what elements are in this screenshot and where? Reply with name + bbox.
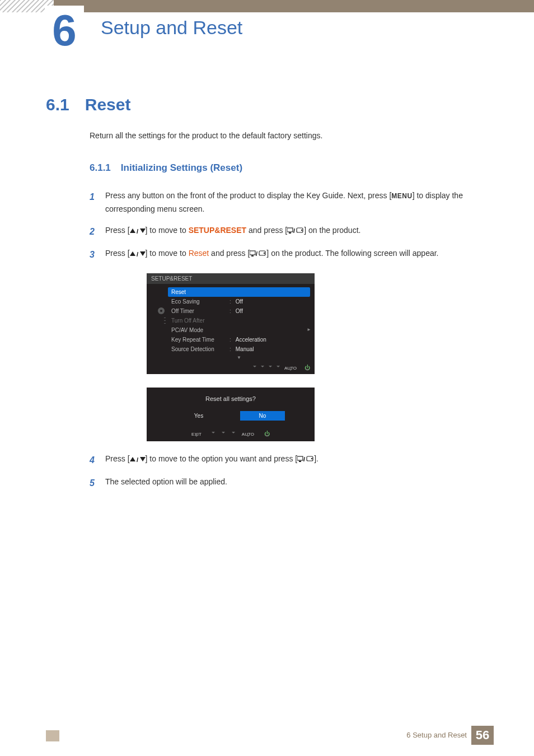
source-enter-icon: /: [287, 227, 304, 234]
subsection-title: Initializing Settings (Reset): [121, 162, 242, 174]
step-text: The selected option will be applied.: [105, 475, 227, 491]
highlight-setup-reset: SETUP&RESET: [189, 226, 246, 235]
subsection-heading: 6.1.1 Initializing Settings (Reset): [90, 162, 495, 174]
step-text: Press [/] to move to SETUP&RESET and pre…: [105, 224, 360, 239]
step-2: 2 Press [/] to move to SETUP&RESET and p…: [90, 224, 495, 239]
svg-rect-22: [297, 456, 303, 460]
svg-text:/: /: [137, 251, 138, 257]
svg-rect-5: [289, 232, 291, 234]
step-text: Press any button on the front of the pro…: [105, 189, 495, 216]
step-number: 4: [90, 452, 97, 468]
svg-text:/: /: [137, 228, 138, 234]
steps-list-cont: 4 Press [/] to move to the option you wa…: [90, 452, 495, 491]
step-number: 2: [90, 224, 97, 239]
svg-rect-12: [250, 251, 255, 255]
step-number: 1: [90, 189, 97, 216]
highlight-reset: Reset: [189, 249, 209, 258]
dialog-no: No: [240, 411, 285, 421]
osd-item-off-timer: Off Timer:Off: [168, 306, 310, 316]
dialog-yes: Yes: [176, 411, 221, 421]
svg-text:/: /: [256, 250, 257, 257]
nav-auto-label: AUTO: [242, 432, 254, 437]
page-content: 6.1 Reset Return all the settings for th…: [46, 95, 495, 498]
gear-icon: [157, 306, 166, 315]
svg-point-8: [301, 229, 302, 230]
source-enter-icon: /: [250, 250, 266, 257]
step-number: 3: [90, 247, 97, 262]
nav-auto-label: AUTO: [284, 366, 297, 371]
up-down-icon: /: [130, 457, 146, 463]
footer-accent: [46, 730, 59, 741]
svg-point-18: [160, 310, 162, 312]
osd-item-pc-av-mode: PC/AV Mode: [168, 325, 310, 335]
svg-text:/: /: [303, 456, 305, 463]
svg-point-26: [311, 458, 312, 459]
osd-sidebar: [147, 284, 166, 362]
osd-item-key-repeat-time: Key Repeat Time:Acceleration: [168, 335, 310, 344]
svg-marker-19: [130, 457, 135, 461]
section-intro: Return all the settings for the product …: [90, 131, 495, 140]
osd-item-turn-off-after: Turn Off After: [168, 316, 310, 325]
dialog-prompt: Reset all settings?: [147, 395, 315, 402]
chapter-number: 6: [52, 8, 76, 52]
svg-text:/: /: [137, 457, 138, 463]
svg-marker-21: [140, 457, 146, 461]
steps-list: 1 Press any button on the front of the p…: [90, 189, 495, 262]
up-down-icon: /: [130, 251, 146, 257]
page-number: 56: [471, 726, 494, 745]
osd-submenu-arrow-icon: ►: [307, 327, 311, 332]
svg-marker-0: [130, 228, 135, 233]
osd-list: Reset Eco Saving:Off Off Timer:Off Turn …: [166, 284, 315, 362]
svg-marker-9: [130, 251, 135, 256]
svg-marker-3: [140, 228, 146, 233]
osd-item-reset: Reset: [168, 287, 310, 297]
section-heading: 6.1 Reset: [46, 95, 495, 114]
osd-dialog: Reset all settings? Yes No EXIT AUTO ⏻: [147, 388, 315, 441]
power-icon: ⏻: [264, 431, 270, 437]
osd-figure: SETUP&RESET Reset Eco Saving:Off Off Tim…: [147, 273, 495, 441]
osd-menu: SETUP&RESET Reset Eco Saving:Off Off Tim…: [147, 273, 315, 374]
source-enter-icon: /: [297, 456, 314, 463]
osd-more-indicator: ▼: [168, 354, 310, 361]
subsection-number: 6.1.1: [90, 162, 111, 174]
svg-point-16: [264, 253, 265, 254]
menu-label: MENU: [391, 192, 412, 200]
section-title: Reset: [85, 95, 131, 114]
step-text: Press [/] to move to the option you want…: [105, 452, 318, 468]
svg-text:/: /: [293, 227, 295, 234]
power-icon: ⏻: [305, 365, 310, 371]
svg-rect-13: [251, 255, 254, 256]
step-5: 5 The selected option will be applied.: [90, 475, 495, 491]
nav-exit-label: EXIT: [191, 432, 202, 437]
svg-marker-11: [140, 251, 146, 256]
svg-rect-23: [299, 461, 301, 462]
dialog-options: Yes No: [147, 411, 315, 421]
up-down-icon: /: [130, 228, 146, 234]
osd-title: SETUP&RESET: [147, 273, 315, 284]
step-number: 5: [90, 475, 97, 491]
chapter-title: Setup and Reset: [101, 16, 242, 40]
osd-nav-bar: AUTO ⏻: [147, 362, 315, 374]
step-3: 3 Press [/] to move to Reset and press […: [90, 247, 495, 262]
chapter-tab: 6: [45, 6, 84, 55]
osd-item-eco-saving: Eco Saving:Off: [168, 297, 310, 306]
osd-item-source-detection: Source Detection:Manual: [168, 344, 310, 354]
osd-body: Reset Eco Saving:Off Off Timer:Off Turn …: [147, 284, 315, 362]
section-number: 6.1: [46, 95, 69, 114]
dialog-nav-bar: EXIT AUTO ⏻: [147, 430, 315, 438]
step-4: 4 Press [/] to move to the option you wa…: [90, 452, 495, 468]
svg-rect-4: [287, 228, 293, 232]
step-text: Press [/] to move to Reset and press [/]…: [105, 247, 439, 262]
footer-text: 6 Setup and Reset: [406, 731, 467, 739]
step-1: 1 Press any button on the front of the p…: [90, 189, 495, 216]
